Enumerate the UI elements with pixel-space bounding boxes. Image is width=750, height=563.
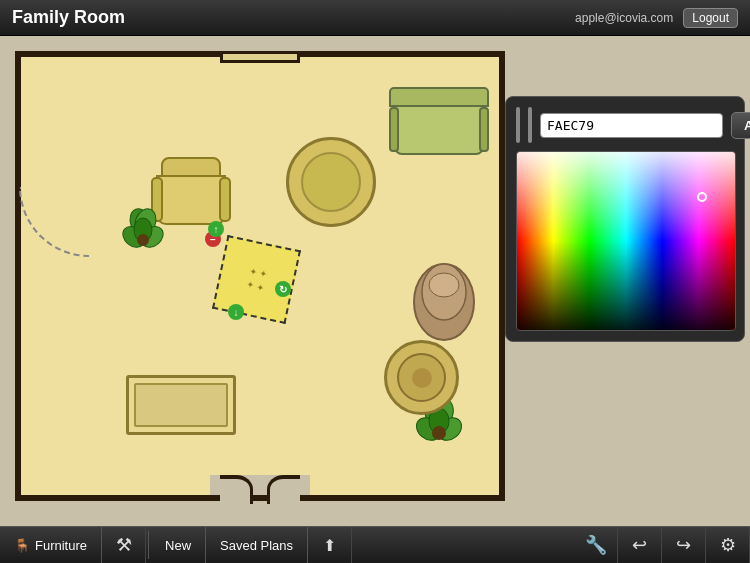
gradient-overlay [517, 152, 735, 330]
door-arc [19, 187, 89, 257]
floor-plan[interactable]: ✦ ✦✦ ✦ [15, 51, 505, 501]
undo-button[interactable]: ↩ [618, 527, 662, 564]
settings-button[interactable]: ⚙ [706, 527, 750, 564]
boot-item[interactable] [404, 257, 479, 347]
tools-button[interactable]: ⚒ [102, 527, 146, 564]
svg-point-6 [137, 234, 149, 246]
door-bottom [210, 475, 310, 495]
resize-handle[interactable]: ↓ [228, 304, 244, 320]
page-title: Family Room [12, 7, 125, 28]
wrench-icon: 🔧 [585, 534, 607, 556]
wrench-button[interactable]: 🔧 [574, 527, 618, 564]
round-table-inner [301, 152, 361, 212]
settings-icon: ⚙ [720, 534, 736, 556]
color-picker-top: Apply [516, 107, 734, 143]
previous-color-swatch[interactable] [528, 107, 532, 143]
coffee-table-surface [134, 383, 228, 427]
selected-item-rect [212, 235, 301, 324]
move-handle[interactable]: ↑ [208, 221, 224, 237]
header-right: apple@icovia.com Logout [575, 8, 738, 28]
color-gradient-picker[interactable] [516, 151, 736, 331]
saved-plans-label: Saved Plans [220, 538, 293, 553]
toolbar-right: 🔧 ↩ ↪ ⚙ [574, 527, 750, 564]
share-button[interactable]: ⬆ [308, 527, 352, 564]
saved-plans-button[interactable]: Saved Plans [206, 527, 308, 564]
hex-color-input[interactable] [540, 113, 723, 138]
window-top [220, 51, 300, 63]
furniture-button[interactable]: 🪑 Furniture [0, 527, 102, 564]
divider-1 [148, 531, 149, 559]
rotate-icon: ↻ [279, 284, 287, 295]
rotate-handle[interactable]: ↻ [275, 281, 291, 297]
header: Family Room apple@icovia.com Logout [0, 0, 750, 36]
svg-point-15 [429, 273, 459, 297]
coffee-table[interactable] [126, 375, 236, 435]
bottom-toolbar: 🪑 Furniture ⚒ New Saved Plans ⬆ 🔧 ↩ ↪ ⚙ [0, 526, 750, 563]
sofa-seat [394, 105, 484, 155]
round-decorative-item[interactable] [384, 340, 459, 415]
tools-icon: ⚒ [116, 534, 132, 556]
redo-button[interactable]: ↪ [662, 527, 706, 564]
user-email: apple@icovia.com [575, 11, 673, 25]
round-item-inner [397, 353, 446, 402]
sofa-back [389, 87, 489, 107]
current-color-swatch[interactable] [516, 107, 520, 143]
new-label: New [165, 538, 191, 553]
sofa-arm-left [389, 107, 399, 152]
furniture-label: Furniture [35, 538, 87, 553]
undo-icon: ↩ [632, 534, 647, 556]
logout-button[interactable]: Logout [683, 8, 738, 28]
new-button[interactable]: New [151, 527, 206, 564]
armchair-arm-right [219, 177, 231, 222]
resize-icon: ↓ [234, 307, 239, 318]
armchair-back [161, 157, 221, 177]
furniture-icon: 🪑 [14, 538, 30, 553]
sofa-arm-right [479, 107, 489, 152]
sofa[interactable] [389, 87, 489, 167]
color-picker-panel: Apply [505, 96, 745, 342]
canvas-area[interactable]: ✦ ✦✦ ✦ − ↻ ↓ ↑ Apply [0, 36, 750, 526]
move-icon: ↑ [214, 224, 219, 235]
share-icon: ⬆ [323, 536, 336, 555]
redo-icon: ↪ [676, 534, 691, 556]
plant-left[interactable] [116, 202, 171, 261]
round-item-center [412, 368, 432, 388]
apply-color-button[interactable]: Apply [731, 112, 750, 139]
svg-point-12 [432, 426, 446, 440]
round-table[interactable] [286, 137, 376, 227]
